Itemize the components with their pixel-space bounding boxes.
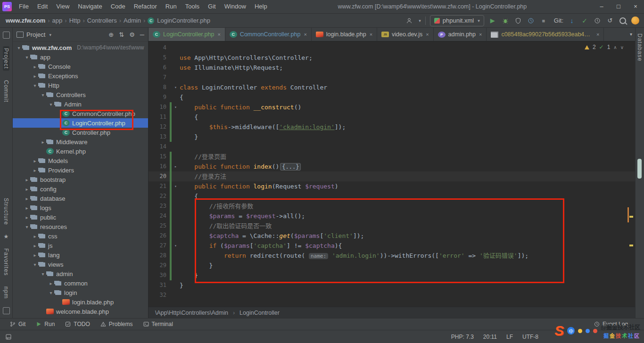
chevron-down-icon[interactable]: ▾ <box>48 102 54 107</box>
editor-tab-commoncontroller-php[interactable]: CCommonController.php× <box>225 28 312 41</box>
chevron-right-icon[interactable]: ▸ <box>24 177 30 182</box>
tree-item-controllers[interactable]: ▾Controllers <box>13 90 148 99</box>
editor-tab-admin-php[interactable]: Padmin.php× <box>434 28 487 41</box>
close-tab-icon[interactable]: × <box>479 32 482 37</box>
chevron-right-icon[interactable]: ▸ <box>24 205 30 211</box>
tree-item-login-blade-php[interactable]: login.blade.php <box>13 297 148 307</box>
code-line-28[interactable]: 28 return redirect(route( name: 'admin.l… <box>149 251 635 261</box>
code-line-22[interactable]: 22 { <box>149 191 635 201</box>
tool-stripe-project[interactable]: Project <box>3 46 9 71</box>
close-tab-icon[interactable]: × <box>596 32 599 37</box>
close-tab-icon[interactable]: × <box>370 32 372 37</box>
code-line-12[interactable]: 12 $this->middleware(['ckadmin:login']); <box>149 122 635 132</box>
run-config-select[interactable]: phpunit.xml ▾ <box>430 15 484 26</box>
code-line-26[interactable]: 26 $captcha = \Cache::get($params['clien… <box>149 231 635 241</box>
tree-item-exceptions[interactable]: ▸Exceptions <box>13 71 148 81</box>
chevron-down-icon[interactable]: ▾ <box>24 224 30 229</box>
next-problem-icon[interactable]: ∨ <box>620 45 624 50</box>
error-stripe-mark[interactable] <box>629 216 633 218</box>
tool-stripe-structure[interactable]: Structure <box>3 196 9 227</box>
close-tab-icon[interactable]: × <box>217 32 220 37</box>
code-line-8[interactable]: 8▾class LoginController extends Controll… <box>149 82 635 92</box>
code-line-4[interactable]: 4 <box>149 43 635 53</box>
breadcrumb-item-admin[interactable]: Admin <box>123 17 142 24</box>
tree-item-commoncontroller-php[interactable]: CCommonController.php <box>13 109 148 118</box>
close-tab-icon[interactable]: × <box>304 32 306 37</box>
menu-view[interactable]: View <box>52 0 74 13</box>
history-clock-icon[interactable] <box>593 16 602 25</box>
chevron-right-icon[interactable]: ▸ <box>24 215 30 220</box>
project-panel-title[interactable]: Project <box>26 31 45 38</box>
commit-check-icon[interactable]: ✓ <box>580 16 589 25</box>
error-stripe-mark[interactable] <box>627 207 629 222</box>
tab-list-chevron-icon[interactable]: ▾ <box>630 32 632 37</box>
chevron-right-icon[interactable]: ▸ <box>24 196 30 201</box>
menu-refactor[interactable]: Refactor <box>130 0 161 13</box>
chevron-right-icon[interactable]: ▸ <box>32 234 38 239</box>
chevron-right-icon[interactable]: ▸ <box>32 64 38 69</box>
tree-item-middleware[interactable]: ▸Middleware <box>13 137 148 147</box>
tree-item-database[interactable]: ▸database <box>13 194 148 203</box>
chevron-down-icon[interactable]: ▾ <box>40 92 46 98</box>
chevron-down-icon[interactable]: ▾ <box>32 262 38 267</box>
rollback-icon[interactable]: ↺ <box>606 16 614 25</box>
php-version[interactable]: PHP: 7.3 <box>451 334 474 340</box>
toolwindow-button-problems[interactable]: Problems <box>95 318 138 330</box>
search-icon[interactable] <box>619 16 627 25</box>
chevron-right-icon[interactable]: ▸ <box>24 187 30 192</box>
code-line-6[interactable]: 6use Illuminate\Http\Request; <box>149 63 635 73</box>
code-line-16[interactable]: 16▸ public function index(){...} <box>149 162 635 172</box>
code-line-20[interactable]: 20 //登录方法 <box>149 172 635 181</box>
collapse-all-icon[interactable]: ⇅ <box>119 31 124 38</box>
fold-icon[interactable]: ▾ <box>172 241 180 251</box>
breadcrumb-current-file[interactable]: LoginController.php <box>156 17 211 24</box>
code-line-25[interactable]: 25 //取出验证码是否一致 <box>149 221 635 231</box>
update-project-icon[interactable]: ↓ <box>568 16 576 25</box>
menu-file[interactable]: File <box>15 0 33 13</box>
tool-window-layout-icon[interactable] <box>3 307 10 314</box>
toolwindow-button-todo[interactable]: TODO <box>60 318 95 330</box>
menu-code[interactable]: Code <box>107 0 130 13</box>
fold-icon[interactable]: ▸ <box>172 162 180 172</box>
tree-item-www-zfw-com[interactable]: ▾www.zfw.comD:\wamp64\www\test\www <box>13 43 148 52</box>
code-line-10[interactable]: 10▾ public function __construct() <box>149 102 635 112</box>
file-encoding[interactable]: UTF-8 <box>522 334 538 340</box>
tree-item-routes[interactable]: ▸routes <box>13 316 148 318</box>
code-line-13[interactable]: 13 } <box>149 132 635 142</box>
fold-icon[interactable]: ▾ <box>172 82 180 92</box>
chevron-down-icon[interactable]: ▾ <box>16 45 22 50</box>
chevron-down-icon[interactable]: ▾ <box>40 271 46 277</box>
hide-panel-icon[interactable]: ─ <box>140 31 144 38</box>
menu-edit[interactable]: Edit <box>33 0 52 13</box>
tree-item-admin[interactable]: ▾Admin <box>13 99 148 109</box>
tree-item-admin[interactable]: ▾admin <box>13 269 148 278</box>
code-line-5[interactable]: 5use App\Http\Controllers\Controller; <box>149 53 635 63</box>
tree-item-css[interactable]: ▸css <box>13 231 148 241</box>
tool-stripe-npm[interactable]: npm <box>3 285 9 301</box>
coverage-button[interactable] <box>514 16 522 25</box>
tree-item-public[interactable]: ▸public <box>13 212 148 222</box>
tree-item-kernel-php[interactable]: CKernel.php <box>13 147 148 156</box>
chevron-right-icon[interactable]: ▸ <box>32 253 38 258</box>
code-line-14[interactable]: 14 <box>149 142 635 152</box>
breadcrumb-item-controllers[interactable]: Controllers <box>86 17 118 24</box>
toolwindow-button-run[interactable]: Run <box>31 318 60 330</box>
profile-avatar[interactable] <box>631 16 639 24</box>
project-tool-icon[interactable] <box>3 32 10 39</box>
tool-stripe-commit[interactable]: Commit <box>3 78 9 104</box>
menu-tools[interactable]: Tools <box>181 0 204 13</box>
tree-item-common[interactable]: ▸common <box>13 278 148 288</box>
gear-icon[interactable]: ⚙ <box>129 31 135 38</box>
tree-item-config[interactable]: ▸config <box>13 184 148 194</box>
code-line-31[interactable]: 31} <box>149 280 635 290</box>
code-line-32[interactable]: 32 <box>149 290 635 300</box>
code-line-29[interactable]: 29 } <box>149 261 635 270</box>
chevron-right-icon[interactable]: ▸ <box>32 243 38 248</box>
code-line-11[interactable]: 11 { <box>149 112 635 122</box>
menu-git[interactable]: Git <box>204 0 220 13</box>
tool-stripe-database[interactable]: Database <box>636 32 643 63</box>
breadcrumb-item-http[interactable]: Http <box>68 17 82 24</box>
code-line-15[interactable]: 15 //登录页面 <box>149 152 635 162</box>
chevron-right-icon[interactable]: ▸ <box>40 139 46 145</box>
fold-icon[interactable]: ▾ <box>172 181 180 191</box>
